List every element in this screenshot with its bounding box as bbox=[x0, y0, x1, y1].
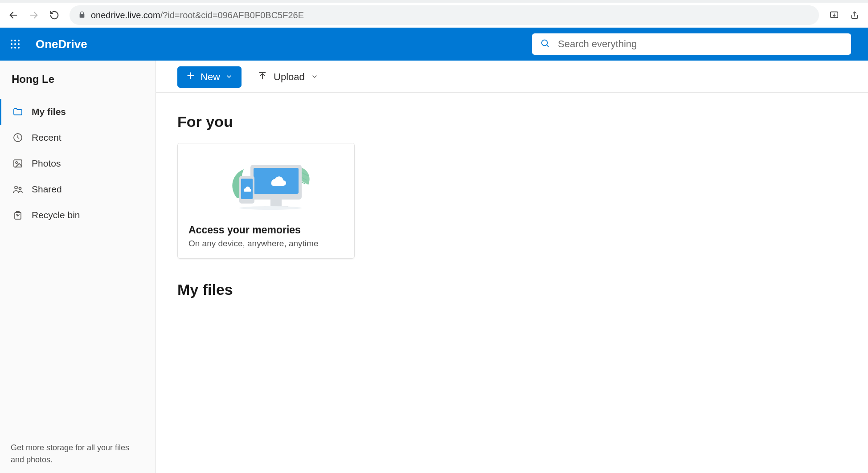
sidebar-item-recent[interactable]: Recent bbox=[0, 125, 156, 151]
install-app-icon[interactable] bbox=[829, 10, 839, 20]
upload-button-label: Upload bbox=[274, 71, 305, 83]
upload-button[interactable]: Upload bbox=[254, 66, 322, 88]
svg-point-12 bbox=[18, 47, 20, 49]
svg-point-18 bbox=[15, 186, 17, 189]
app-launcher-button[interactable] bbox=[4, 33, 27, 56]
image-icon bbox=[12, 158, 24, 169]
svg-rect-16 bbox=[14, 160, 22, 167]
new-button[interactable]: New bbox=[177, 66, 242, 88]
forward-button[interactable] bbox=[29, 10, 39, 20]
search-icon bbox=[540, 38, 550, 50]
card-subtitle: On any device, anywhere, anytime bbox=[188, 239, 344, 249]
sidebar-item-photos[interactable]: Photos bbox=[0, 151, 156, 176]
my-files-heading: My files bbox=[177, 281, 847, 298]
svg-point-34 bbox=[239, 206, 302, 210]
search-input[interactable] bbox=[558, 38, 843, 50]
svg-point-9 bbox=[18, 43, 20, 45]
for-you-heading: For you bbox=[177, 113, 847, 130]
svg-point-7 bbox=[11, 43, 12, 45]
sidebar-item-label: Recycle bin bbox=[32, 210, 80, 220]
svg-point-8 bbox=[14, 43, 16, 45]
recycle-icon bbox=[12, 210, 24, 220]
browser-toolbar: onedrive.live.com/?id=root&cid=096AFB0F0… bbox=[0, 0, 868, 28]
sidebar-item-label: Photos bbox=[32, 158, 61, 169]
sidebar-item-my-files[interactable]: My files bbox=[0, 99, 156, 125]
new-button-label: New bbox=[201, 71, 220, 83]
back-button[interactable] bbox=[8, 10, 19, 20]
svg-line-14 bbox=[547, 45, 549, 47]
share-icon[interactable] bbox=[849, 10, 860, 20]
card-title: Access your memories bbox=[188, 224, 344, 236]
sidebar-item-recycle-bin[interactable]: Recycle bin bbox=[0, 202, 156, 228]
chevron-down-icon bbox=[311, 71, 318, 83]
people-icon bbox=[12, 184, 24, 195]
chevron-down-icon bbox=[225, 71, 233, 83]
url-path: /?id=root&cid=096AFB0F0BC5F26E bbox=[160, 10, 304, 20]
svg-point-19 bbox=[19, 188, 21, 190]
for-you-section: For you bbox=[156, 93, 868, 268]
svg-point-4 bbox=[11, 40, 12, 41]
command-bar: New Upload bbox=[156, 61, 868, 93]
my-files-section: My files bbox=[156, 268, 868, 320]
app-header: OneDrive bbox=[0, 28, 868, 61]
address-bar[interactable]: onedrive.live.com/?id=root&cid=096AFB0F0… bbox=[70, 5, 819, 25]
url-host: onedrive.live.com bbox=[91, 10, 160, 20]
sidebar-item-label: My files bbox=[32, 106, 66, 117]
sidebar-storage-promo[interactable]: Get more storage for all your files and … bbox=[0, 435, 156, 473]
svg-point-10 bbox=[11, 47, 12, 49]
memories-card[interactable]: Access your memories On any device, anyw… bbox=[177, 143, 355, 259]
card-illustration bbox=[178, 143, 354, 217]
sidebar-user-name[interactable]: Hong Le bbox=[0, 73, 156, 99]
app-name[interactable]: OneDrive bbox=[36, 37, 87, 51]
main-content: New Upload For you bbox=[156, 61, 868, 473]
svg-point-11 bbox=[14, 47, 16, 49]
search-box[interactable] bbox=[532, 33, 851, 55]
svg-point-17 bbox=[16, 162, 17, 163]
svg-point-6 bbox=[18, 40, 20, 41]
sidebar-item-shared[interactable]: Shared bbox=[0, 176, 156, 202]
url-text: onedrive.live.com/?id=root&cid=096AFB0F0… bbox=[91, 10, 304, 20]
upload-icon bbox=[258, 71, 267, 83]
folder-icon bbox=[12, 106, 24, 117]
sidebar: Hong Le My files Recent Photos Shared bbox=[0, 61, 156, 473]
sidebar-item-label: Recent bbox=[32, 132, 61, 143]
lock-icon bbox=[78, 10, 86, 20]
clock-icon bbox=[12, 132, 24, 143]
svg-point-13 bbox=[542, 40, 548, 46]
sidebar-item-label: Shared bbox=[32, 184, 62, 195]
svg-point-5 bbox=[14, 40, 16, 41]
svg-rect-30 bbox=[270, 200, 282, 206]
reload-button[interactable] bbox=[49, 10, 60, 20]
plus-icon bbox=[186, 71, 195, 83]
